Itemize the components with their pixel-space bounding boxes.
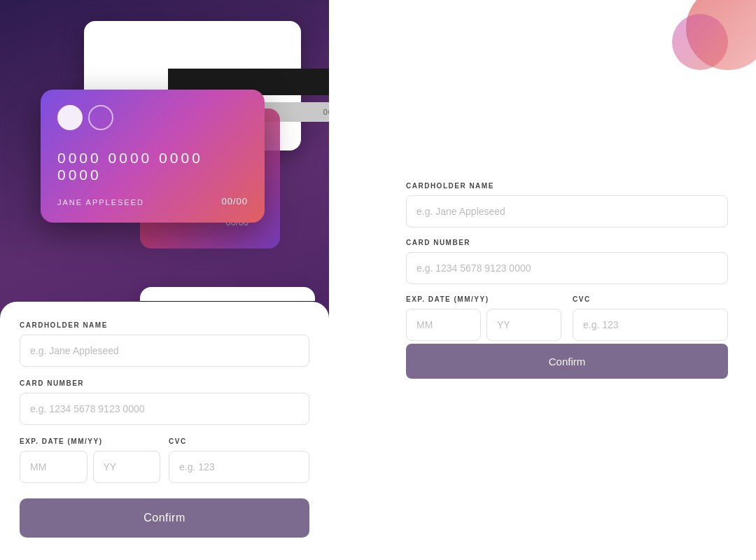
card-number-display: 0000 0000 0000 0000 <box>57 150 248 183</box>
exp-label-left: EXP. DATE (MM/YY) <box>20 438 160 445</box>
card-expiry: 00/00 <box>221 196 248 206</box>
card-bottom: JANE APPLESEED 00/00 <box>57 196 248 206</box>
cvc-group-left: CVC <box>169 438 309 483</box>
card-circle-filled <box>57 105 83 130</box>
card-holder-name: JANE APPLESEED <box>57 198 144 206</box>
cardholder-input-right[interactable] <box>406 195 728 227</box>
mm-input-left[interactable] <box>20 451 88 483</box>
cardholder-label-right: CARDHOLDER NAME <box>406 182 728 190</box>
card-number-wrapper-right: CARD NUMBER <box>406 239 728 284</box>
cvc-label-right: CVC <box>573 295 728 303</box>
date-cvc-row-right: EXP. DATE (MM/YY) CVC <box>406 295 728 341</box>
mm-input-right[interactable] <box>406 309 481 341</box>
yy-input-left[interactable] <box>93 451 161 483</box>
cardholder-label-left: CARDHOLDER NAME <box>20 321 309 329</box>
right-form-section: CARDHOLDER NAME CARD NUMBER EXP. DATE (M… <box>406 182 728 379</box>
yy-input-right[interactable] <box>486 309 561 341</box>
card-number-input-right[interactable] <box>406 252 728 284</box>
card-circle-outline <box>88 105 113 130</box>
cvc-group-right: CVC <box>573 295 728 341</box>
cvc-input-right[interactable] <box>573 309 728 341</box>
right-panel: CARDHOLDER NAME CARD NUMBER EXP. DATE (M… <box>329 0 756 560</box>
left-form-section: CARDHOLDER NAME CARD NUMBER EXP. DATE (M… <box>0 302 329 560</box>
confirm-button-right[interactable]: Confirm <box>406 344 728 379</box>
deco-circle-2 <box>672 14 728 70</box>
cvc-label-left: CVC <box>169 438 309 445</box>
exp-date-group-right: EXP. DATE (MM/YY) <box>406 295 561 341</box>
card-number-label-left: CARD NUMBER <box>20 379 309 387</box>
left-panel: 000 0000 00/00 0000 0000 0000 0000 JANE … <box>0 0 329 560</box>
date-inputs-left <box>20 451 160 483</box>
main-credit-card: 0000 0000 0000 0000 JANE APPLESEED 00/00 <box>41 90 265 223</box>
card-logo-circles <box>57 105 248 130</box>
card-number-input-left[interactable] <box>20 393 309 425</box>
deco-top-right <box>630 0 756 84</box>
date-cvc-row-left: EXP. DATE (MM/YY) CVC <box>20 438 309 483</box>
cvc-input-left[interactable] <box>169 451 309 483</box>
cardholder-wrapper-right: CARDHOLDER NAME <box>406 182 728 227</box>
exp-label-right: EXP. DATE (MM/YY) <box>406 295 561 303</box>
confirm-button-left[interactable]: Confirm <box>20 498 309 538</box>
cardholder-input-left[interactable] <box>20 335 309 367</box>
exp-date-group-left: EXP. DATE (MM/YY) <box>20 438 160 483</box>
date-inputs-right <box>406 309 561 341</box>
card-number-label-right: CARD NUMBER <box>406 239 728 246</box>
